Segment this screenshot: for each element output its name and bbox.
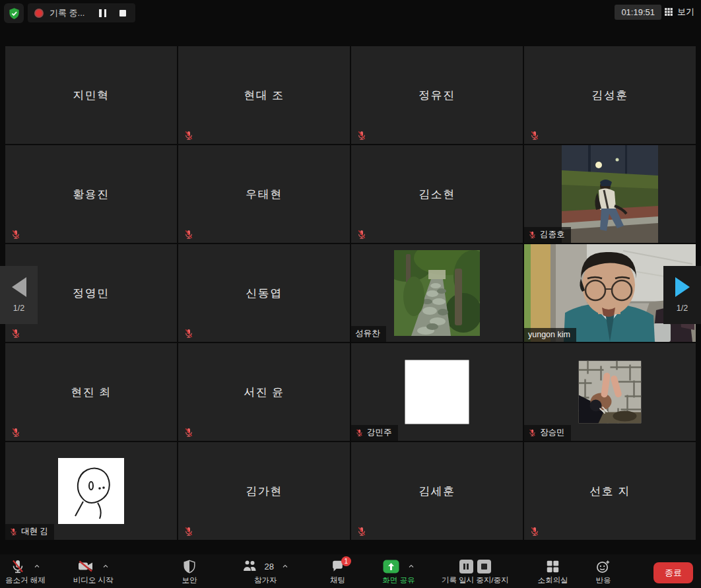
participants-label: 참가자	[254, 575, 277, 585]
muted-mic-icon	[11, 427, 21, 438]
participant-name: 장승민	[540, 427, 565, 438]
participant-tile[interactable]: 서진 윤	[178, 343, 350, 441]
muted-mic-icon	[355, 428, 364, 437]
recording-label: 기록 중...	[50, 7, 84, 19]
participant-tile[interactable]: 김소현	[351, 145, 523, 243]
right-arrow-icon	[675, 277, 690, 297]
view-button[interactable]: 보기	[664, 6, 694, 18]
reactions-smiley-icon	[595, 559, 611, 574]
muted-mic-icon	[184, 229, 194, 240]
participant-tile[interactable]: 성유찬	[351, 244, 523, 342]
participants-count: 28	[264, 562, 273, 572]
profile-photo-night-street	[562, 145, 658, 243]
participant-tile[interactable]: 대현 김	[5, 442, 177, 540]
pause-recording-button[interactable]	[99, 9, 106, 17]
recording-indicator: 기록 중...	[28, 3, 135, 22]
participant-tile[interactable]: 장승민	[524, 343, 696, 441]
meeting-timer: 01:19:51	[615, 5, 661, 20]
unmute-button[interactable]: 음소거 해제	[5, 558, 46, 585]
muted-mic-icon	[529, 526, 540, 537]
participant-tile[interactable]: 신동엽	[178, 244, 350, 342]
muted-mic-icon	[10, 558, 26, 574]
chevron-up-icon[interactable]	[102, 562, 110, 570]
share-screen-label: 화면 공유	[382, 575, 415, 585]
participants-icon	[242, 559, 259, 573]
reactions-button[interactable]: 반응	[595, 558, 611, 585]
muted-mic-icon	[356, 229, 367, 240]
chat-label: 채팅	[330, 575, 345, 585]
chat-unread-badge: 1	[341, 556, 351, 566]
muted-mic-icon	[9, 527, 18, 536]
muted-mic-icon	[184, 427, 194, 438]
profile-photo-garden-path	[394, 250, 480, 336]
participant-name-label: 강민주	[351, 425, 398, 441]
participant-tile[interactable]: 우태현	[178, 145, 350, 243]
meeting-info-button[interactable]	[4, 3, 24, 23]
page-indicator: 1/2	[677, 304, 688, 313]
chevron-up-icon[interactable]	[281, 562, 289, 570]
next-page-button[interactable]: 1/2	[663, 266, 701, 324]
participant-name: yungon kim	[528, 330, 570, 339]
reactions-label: 반응	[595, 575, 611, 585]
zoom-meeting-window: 기록 중... 01:19:51 보기 지민혁 현대 조 정	[0, 0, 701, 588]
start-video-button[interactable]: 비디오 시작	[73, 558, 114, 585]
participant-tile[interactable]: 지민혁	[5, 46, 177, 144]
stop-recording-icon[interactable]	[477, 560, 491, 573]
participant-name: 대현 김	[21, 526, 48, 537]
participant-tile[interactable]: 현진 최	[5, 343, 177, 441]
share-screen-icon	[382, 559, 400, 574]
participant-name-label: yungon kim	[524, 328, 576, 342]
participant-name-label: 장승민	[524, 425, 571, 441]
security-button[interactable]: 보안	[182, 558, 197, 585]
chevron-up-icon[interactable]	[407, 562, 415, 570]
pause-recording-icon[interactable]	[459, 560, 473, 573]
muted-mic-icon	[11, 229, 21, 240]
muted-mic-icon	[184, 130, 194, 141]
muted-mic-icon	[528, 230, 537, 239]
participant-name: 신동엽	[178, 244, 350, 342]
security-shield-icon	[182, 559, 197, 574]
participant-name: 김가현	[178, 442, 350, 540]
participant-name: 김성훈	[524, 46, 696, 144]
participant-name: 우태현	[178, 145, 350, 243]
participant-tile[interactable]: 강민주	[351, 343, 523, 441]
participant-tile[interactable]: 현대 조	[178, 46, 350, 144]
participant-tile[interactable]: 김가현	[178, 442, 350, 540]
share-screen-button[interactable]: 화면 공유	[382, 558, 415, 585]
breakout-rooms-icon	[545, 559, 560, 573]
breakout-rooms-button[interactable]: 소회의실	[537, 558, 568, 585]
profile-photo-hand-pavement	[579, 361, 642, 424]
participant-tile[interactable]: 김종호	[524, 145, 696, 243]
participant-name: 현대 조	[178, 46, 350, 144]
participants-button[interactable]: 28 참가자	[242, 558, 288, 585]
end-meeting-button[interactable]: 종료	[653, 562, 693, 583]
stop-recording-button[interactable]	[119, 10, 126, 16]
participant-tile[interactable]: 선호 지	[524, 442, 696, 540]
participant-tile[interactable]: 황용진	[5, 145, 177, 243]
participant-name: 김소현	[351, 145, 523, 243]
participant-tile[interactable]: 김세훈	[351, 442, 523, 540]
white-square-avatar	[405, 360, 469, 424]
participant-name-label: 대현 김	[5, 524, 54, 540]
muted-mic-icon	[528, 428, 537, 437]
muted-mic-icon	[356, 526, 367, 537]
recording-control-label: 기록 일시 중지/중지	[442, 575, 509, 585]
recording-control-button[interactable]: 기록 일시 중지/중지	[442, 558, 509, 585]
muted-mic-icon	[184, 328, 194, 339]
participant-name-label: 성유찬	[351, 326, 386, 342]
participant-grid: 지민혁 현대 조 정유진 김성훈 황용진 우태현 김소현	[5, 46, 696, 540]
meeting-toolbar: 음소거 해제 비디오 시작 보안	[0, 554, 701, 588]
chevron-up-icon[interactable]	[33, 562, 41, 570]
security-label: 보안	[182, 575, 197, 585]
participant-name: 강민주	[367, 427, 392, 438]
muted-mic-icon	[356, 130, 367, 141]
chat-button[interactable]: 1 채팅	[330, 558, 345, 585]
view-label: 보기	[677, 6, 694, 18]
participant-tile[interactable]: 김성훈	[524, 46, 696, 144]
participant-tile[interactable]: 정유진	[351, 46, 523, 144]
previous-page-button[interactable]: 1/2	[0, 266, 38, 324]
participant-name: 현진 최	[5, 343, 177, 441]
security-shield-icon	[8, 7, 20, 20]
breakout-rooms-label: 소회의실	[537, 575, 568, 585]
muted-mic-icon	[529, 130, 540, 141]
